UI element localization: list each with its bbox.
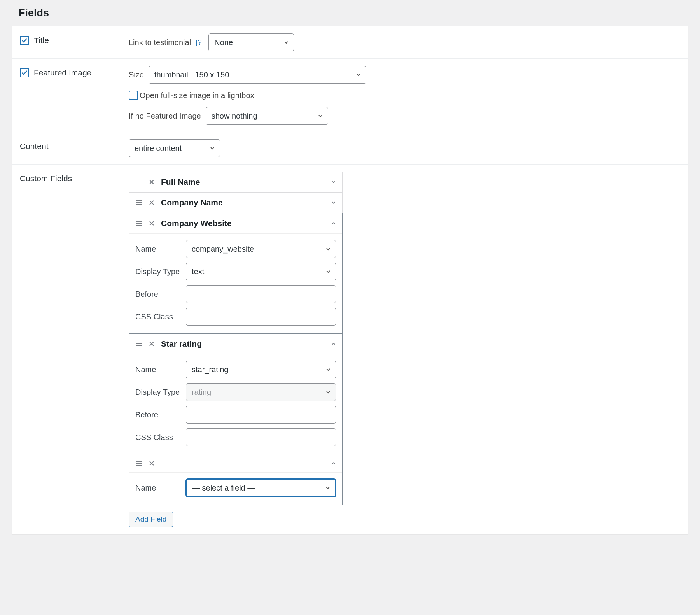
- svg-rect-1: [136, 182, 142, 182]
- content-value: entire content: [135, 144, 182, 153]
- custom-field-header[interactable]: Company Website: [129, 213, 342, 233]
- select-value: — select a field —: [192, 484, 255, 492]
- display-type-select[interactable]: text: [186, 263, 336, 280]
- lightbox-label: Open full-size image in a lightbox: [140, 91, 254, 100]
- fallback-select[interactable]: show nothing: [206, 107, 328, 125]
- remove-field-icon[interactable]: [149, 460, 155, 466]
- field-name-label: Name: [135, 365, 186, 374]
- custom-field-title: Full Name: [161, 177, 336, 187]
- display-type-label: Display Type: [135, 388, 186, 397]
- row-content: Content entire content: [12, 132, 688, 165]
- featured-image-checkbox[interactable]: [20, 68, 29, 77]
- fallback-value: show nothing: [212, 112, 257, 121]
- drag-handle-icon[interactable]: [135, 220, 142, 227]
- lightbox-checkbox[interactable]: [129, 91, 138, 100]
- custom-field-item: Full Name: [129, 172, 343, 193]
- before-label: Before: [135, 410, 186, 419]
- remove-field-icon[interactable]: [149, 200, 155, 206]
- field-name-select[interactable]: company_website: [186, 240, 336, 258]
- custom-field-header[interactable]: Company Name: [129, 193, 342, 213]
- chevron-down-icon: [325, 485, 331, 491]
- svg-rect-6: [136, 221, 142, 222]
- select-value: company_website: [192, 245, 254, 254]
- chevron-down-icon: [326, 269, 331, 274]
- row-featured-image: Featured Image Size thumbnail - 150 x 15…: [12, 59, 688, 132]
- css-class-input[interactable]: [186, 428, 336, 446]
- caret-up-icon[interactable]: [331, 342, 336, 346]
- chevron-down-icon: [210, 145, 215, 151]
- size-select[interactable]: thumbnail - 150 x 150: [149, 66, 366, 84]
- size-value: thumbnail - 150 x 150: [154, 70, 229, 79]
- svg-rect-3: [136, 200, 142, 201]
- select-value: star_rating: [192, 365, 229, 374]
- before-input[interactable]: [186, 406, 336, 424]
- custom-field-body: Name— select a field —: [129, 472, 342, 505]
- content-label: Content: [20, 142, 49, 151]
- svg-rect-12: [136, 461, 142, 462]
- row-custom-fields: Custom Fields Full NameCompany NameCompa…: [12, 165, 688, 534]
- custom-field-header[interactable]: Full Name: [129, 172, 342, 192]
- chevron-down-icon: [356, 72, 361, 77]
- link-to-testimonial-label: Link to testimonial: [129, 38, 191, 47]
- field-name-select[interactable]: — select a field —: [186, 479, 336, 497]
- field-name-select[interactable]: star_rating: [186, 361, 336, 378]
- custom-field-item: Star ratingNamestar_ratingDisplay Typera…: [129, 333, 343, 454]
- custom-field-item: Name— select a field —: [129, 454, 343, 505]
- select-value: text: [192, 267, 204, 276]
- svg-rect-7: [136, 223, 142, 224]
- remove-field-icon[interactable]: [149, 341, 155, 347]
- before-label: Before: [135, 290, 186, 299]
- caret-up-icon[interactable]: [331, 221, 336, 226]
- display-type-label: Display Type: [135, 267, 186, 276]
- help-icon[interactable]: [?]: [196, 38, 204, 47]
- custom-field-header[interactable]: [129, 454, 342, 472]
- drag-handle-icon[interactable]: [135, 340, 142, 347]
- svg-rect-13: [136, 463, 142, 464]
- custom-field-title: Company Name: [161, 198, 336, 207]
- custom-field-title: Star rating: [161, 339, 336, 349]
- svg-rect-5: [136, 204, 142, 205]
- chevron-down-icon: [326, 389, 331, 395]
- drag-handle-icon[interactable]: [135, 179, 142, 186]
- caret-up-icon[interactable]: [331, 461, 336, 466]
- svg-rect-10: [136, 343, 142, 344]
- caret-down-icon[interactable]: [331, 200, 336, 205]
- check-icon: [21, 37, 28, 44]
- svg-rect-14: [136, 465, 142, 466]
- row-title: Title Link to testimonial [?] None: [12, 26, 688, 59]
- custom-fields-list: Full NameCompany NameCompany WebsiteName…: [129, 172, 343, 505]
- title-label: Title: [34, 36, 49, 45]
- svg-rect-11: [136, 345, 142, 346]
- custom-field-item: Company WebsiteNamecompany_websiteDispla…: [129, 213, 343, 334]
- custom-field-item: Company Name: [129, 192, 343, 213]
- chevron-down-icon: [326, 246, 331, 252]
- drag-handle-icon[interactable]: [135, 199, 142, 206]
- select-value: rating: [192, 388, 211, 397]
- svg-rect-2: [136, 184, 142, 184]
- custom-field-header[interactable]: Star rating: [129, 334, 342, 354]
- remove-field-icon[interactable]: [149, 179, 155, 185]
- remove-field-icon[interactable]: [149, 220, 155, 226]
- link-to-testimonial-select[interactable]: None: [208, 33, 294, 51]
- custom-field-title: Company Website: [161, 219, 336, 228]
- add-field-button[interactable]: Add Field: [129, 512, 173, 527]
- fields-panel: Title Link to testimonial [?] None Featu…: [12, 26, 688, 534]
- link-value: None: [214, 38, 233, 47]
- svg-rect-4: [136, 202, 142, 203]
- featured-image-label: Featured Image: [34, 68, 91, 77]
- section-title: Fields: [12, 0, 688, 26]
- css-class-input[interactable]: [186, 308, 336, 326]
- custom-fields-label: Custom Fields: [20, 174, 72, 183]
- size-label: Size: [129, 70, 144, 79]
- svg-rect-9: [136, 342, 142, 342]
- before-input[interactable]: [186, 285, 336, 303]
- css-class-label: CSS Class: [135, 312, 186, 321]
- caret-down-icon[interactable]: [331, 180, 336, 184]
- title-checkbox[interactable]: [20, 36, 29, 45]
- chevron-down-icon: [284, 40, 289, 45]
- display-type-select: rating: [186, 383, 336, 401]
- content-select[interactable]: entire content: [129, 139, 220, 157]
- svg-rect-0: [136, 180, 142, 180]
- drag-handle-icon[interactable]: [135, 460, 142, 467]
- custom-field-body: Namestar_ratingDisplay TyperatingBeforeC…: [129, 354, 342, 454]
